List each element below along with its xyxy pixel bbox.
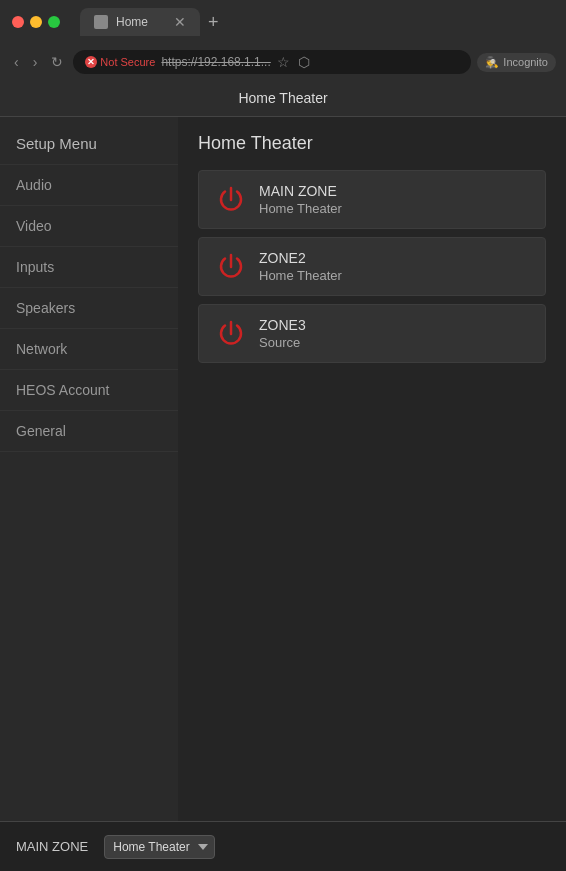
tab-favicon xyxy=(94,15,108,29)
zone-source-main: Home Theater xyxy=(259,201,342,216)
zone-name-zone3: ZONE3 xyxy=(259,317,306,333)
minimize-button[interactable] xyxy=(30,16,42,28)
status-bar: MAIN ZONE Home Theater Source Bluetooth … xyxy=(0,821,566,871)
sidebar-item-general[interactable]: General xyxy=(0,410,178,452)
power-icon-zone3 xyxy=(215,318,247,350)
power-icon-zone2 xyxy=(215,251,247,283)
active-tab[interactable]: Home ✕ xyxy=(80,8,200,36)
url-actions: ☆ ⬡ xyxy=(277,54,310,70)
close-button[interactable] xyxy=(12,16,24,28)
tab-bar: Home ✕ + xyxy=(80,8,554,36)
browser-chrome: Home ✕ + ‹ › ↻ ✕ Not Secure https://192.… xyxy=(0,0,566,80)
tab-close-button[interactable]: ✕ xyxy=(174,14,186,30)
title-bar: Home ✕ + xyxy=(0,0,566,44)
zone-info-zone3: ZONE3 Source xyxy=(259,317,306,350)
cast-icon[interactable]: ⬡ xyxy=(298,54,310,70)
main-content: Home Theater MAIN ZONE Home Theater xyxy=(178,117,566,821)
not-secure-badge: ✕ Not Secure xyxy=(85,56,155,68)
bookmark-icon[interactable]: ☆ xyxy=(277,54,290,70)
zone-card-main[interactable]: MAIN ZONE Home Theater xyxy=(198,170,546,229)
url-text: https://192.168.1.1... xyxy=(161,55,270,69)
sidebar: Setup Menu Audio Video Inputs Speakers N… xyxy=(0,117,178,821)
sidebar-item-audio[interactable]: Audio xyxy=(0,164,178,205)
zone-info-zone2: ZONE2 Home Theater xyxy=(259,250,342,283)
not-secure-label: Not Secure xyxy=(100,56,155,68)
incognito-button[interactable]: 🕵 Incognito xyxy=(477,53,556,72)
power-icon-main xyxy=(215,184,247,216)
tab-title: Home xyxy=(116,15,148,29)
app-header: Home Theater xyxy=(0,80,566,117)
forward-button[interactable]: › xyxy=(29,52,42,72)
zone-card-zone2[interactable]: ZONE2 Home Theater xyxy=(198,237,546,296)
zone-source-zone2: Home Theater xyxy=(259,268,342,283)
incognito-label: Incognito xyxy=(503,56,548,68)
sidebar-item-inputs[interactable]: Inputs xyxy=(0,246,178,287)
zone-card-zone3[interactable]: ZONE3 Source xyxy=(198,304,546,363)
incognito-icon: 🕵 xyxy=(485,56,499,69)
sidebar-item-heos-account[interactable]: HEOS Account xyxy=(0,369,178,410)
status-source-select[interactable]: Home Theater Source Bluetooth HEOS Music xyxy=(104,835,215,859)
new-tab-button[interactable]: + xyxy=(200,12,227,33)
app-title: Home Theater xyxy=(238,90,327,106)
zone-source-zone3: Source xyxy=(259,335,306,350)
address-bar: ‹ › ↻ ✕ Not Secure https://192.168.1.1..… xyxy=(0,44,566,80)
zone-name-main: MAIN ZONE xyxy=(259,183,342,199)
maximize-button[interactable] xyxy=(48,16,60,28)
sidebar-item-video[interactable]: Video xyxy=(0,205,178,246)
app-body: Setup Menu Audio Video Inputs Speakers N… xyxy=(0,117,566,821)
refresh-button[interactable]: ↻ xyxy=(47,52,67,72)
back-button[interactable]: ‹ xyxy=(10,52,23,72)
zone-info-main: MAIN ZONE Home Theater xyxy=(259,183,342,216)
sidebar-title: Setup Menu xyxy=(0,127,178,164)
status-zone-label: MAIN ZONE xyxy=(16,839,88,854)
sidebar-item-speakers[interactable]: Speakers xyxy=(0,287,178,328)
url-field[interactable]: ✕ Not Secure https://192.168.1.1... ☆ ⬡ xyxy=(73,50,471,74)
content-title: Home Theater xyxy=(198,133,546,154)
traffic-lights xyxy=(12,16,60,28)
not-secure-icon: ✕ xyxy=(85,56,97,68)
sidebar-item-network[interactable]: Network xyxy=(0,328,178,369)
zone-name-zone2: ZONE2 xyxy=(259,250,342,266)
